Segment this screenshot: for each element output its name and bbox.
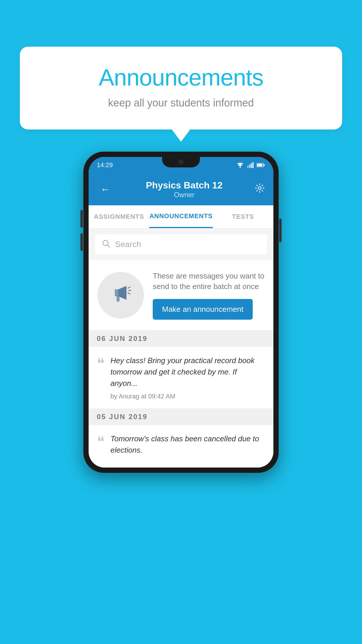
app-bar: ← Physics Batch 12 Owner: [89, 173, 273, 205]
svg-rect-9: [257, 164, 262, 166]
svg-marker-13: [115, 289, 118, 296]
search-placeholder: Search: [115, 240, 141, 249]
svg-line-16: [128, 287, 130, 288]
front-camera: [178, 160, 184, 165]
make-announcement-button[interactable]: Make an announcement: [153, 299, 253, 320]
svg-rect-6: [252, 162, 254, 168]
promo-icon-circle: [97, 272, 144, 318]
settings-button[interactable]: [255, 183, 265, 195]
tab-assignments[interactable]: ASSIGNMENTS: [89, 205, 149, 228]
app-bar-subtitle: Owner: [114, 191, 255, 199]
tab-announcements[interactable]: ANNOUNCEMENTS: [149, 205, 212, 228]
app-bar-title: Physics Batch 12: [114, 180, 255, 191]
speech-bubble: Announcements keep all your students inf…: [20, 47, 342, 130]
phone-screen: 14:29: [89, 157, 273, 468]
date-separator-2: 05 JUN 2019: [89, 409, 273, 425]
svg-rect-15: [117, 296, 120, 302]
svg-rect-4: [249, 164, 250, 168]
power-button[interactable]: [279, 219, 282, 242]
svg-marker-0: [238, 165, 242, 167]
svg-rect-5: [251, 163, 252, 168]
battery-icon: [256, 163, 265, 167]
search-icon: [102, 239, 110, 250]
phone-mockup: 14:29: [83, 152, 279, 473]
notch: [162, 157, 200, 167]
megaphone-icon: [109, 281, 132, 309]
svg-rect-8: [263, 164, 265, 166]
promo-content: These are messages you want to send to t…: [153, 271, 265, 320]
quote-icon-1: ❝: [97, 356, 105, 371]
vol-down-button[interactable]: [80, 233, 83, 251]
svg-point-10: [258, 187, 261, 190]
quote-icon-2: ❝: [97, 434, 105, 449]
svg-rect-3: [247, 166, 248, 168]
vol-up-button[interactable]: [80, 210, 83, 228]
promo-description: These are messages you want to send to t…: [153, 271, 265, 292]
announcement-text-2: Tomorrow's class has been cancelled due …: [110, 433, 265, 456]
announcement-meta-1: by Anurag at 09:42 AM: [110, 393, 265, 400]
app-bar-title-container: Physics Batch 12 Owner: [114, 180, 255, 199]
announcement-item-1[interactable]: ❝ Hey class! Bring your practical record…: [89, 347, 273, 409]
status-bar: 14:29: [89, 157, 273, 173]
back-button[interactable]: ←: [97, 180, 114, 198]
svg-marker-14: [118, 286, 126, 300]
status-icons: [236, 162, 265, 168]
svg-line-12: [108, 245, 110, 247]
date-separator-1: 06 JUN 2019: [89, 330, 273, 347]
status-time: 14:29: [97, 161, 113, 169]
announcement-content-2: Tomorrow's class has been cancelled due …: [110, 433, 265, 459]
phone-outer: 14:29: [83, 152, 279, 473]
tab-bar: ASSIGNMENTS ANNOUNCEMENTS TESTS: [89, 205, 273, 229]
svg-line-18: [128, 293, 130, 294]
bubble-title: Announcements: [43, 64, 319, 91]
signal-icon: [247, 162, 254, 168]
promo-card: These are messages you want to send to t…: [89, 260, 273, 330]
speech-bubble-container: Announcements keep all your students inf…: [20, 47, 342, 130]
search-bar[interactable]: Search: [94, 234, 268, 255]
bubble-subtitle: keep all your students informed: [43, 97, 319, 109]
announcement-item-2[interactable]: ❝ Tomorrow's class has been cancelled du…: [89, 425, 273, 468]
tab-tests[interactable]: TESTS: [213, 205, 273, 228]
announcement-content-1: Hey class! Bring your practical record b…: [110, 355, 265, 400]
announcement-text-1: Hey class! Bring your practical record b…: [110, 355, 265, 389]
search-container: Search: [89, 229, 273, 260]
wifi-icon: [236, 162, 244, 168]
svg-point-2: [240, 167, 241, 168]
